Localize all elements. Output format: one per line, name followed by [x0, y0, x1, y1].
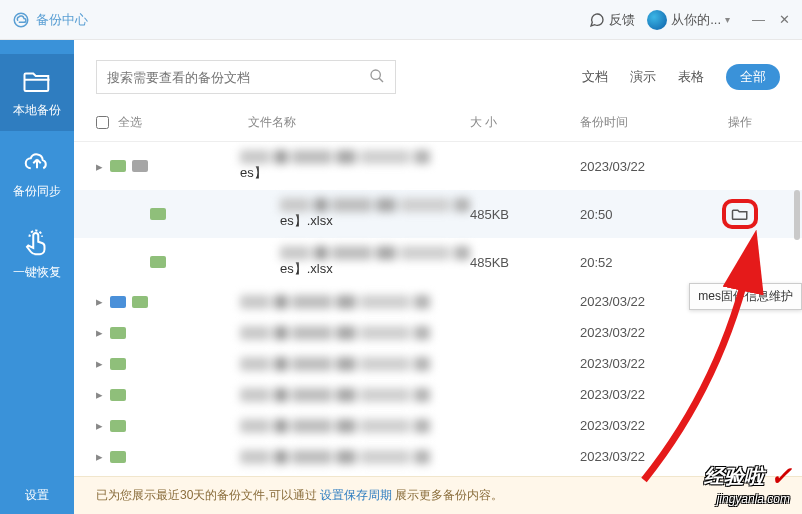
file-icon-group [150, 208, 280, 220]
filetype-icon [150, 256, 166, 268]
filetype-icon [110, 420, 126, 432]
minimize-button[interactable]: — [752, 12, 765, 27]
select-all-label[interactable]: 全选 [118, 114, 158, 131]
filetype-icon [110, 296, 126, 308]
table-row[interactable]: es】.xlsx485KB20:52 [74, 238, 802, 286]
file-name [240, 388, 470, 402]
titlebar-left: 备份中心 [12, 11, 589, 29]
table-row[interactable]: ▸2023/03/22 [74, 441, 802, 472]
file-name [240, 357, 470, 371]
footer-pre: 已为您展示最近30天的备份文件,可以通过 [96, 487, 317, 504]
sidebar: 本地备份 备份同步 一键恢复 设置 [0, 40, 74, 514]
feedback-label: 反馈 [609, 11, 635, 29]
watermark-cn: 经验啦 [704, 463, 764, 490]
footer-link[interactable]: 设置保存周期 [320, 487, 392, 504]
sidebar-settings[interactable]: 设置 [0, 477, 74, 514]
app-title: 备份中心 [36, 11, 88, 29]
close-button[interactable]: ✕ [779, 12, 790, 27]
table-row[interactable]: ▸2023/03/22 [74, 379, 802, 410]
backup-time: 2023/03/22 [580, 159, 700, 174]
col-size: 大 小 [470, 114, 580, 131]
file-icon-group [110, 160, 240, 172]
table-row[interactable]: ▸2023/03/22 [74, 348, 802, 379]
filetype-icon [132, 160, 148, 172]
expand-arrow-icon[interactable]: ▸ [96, 418, 110, 433]
file-name [240, 419, 470, 433]
search-box[interactable] [96, 60, 396, 94]
file-suffix: es】.xlsx [280, 261, 333, 276]
filetype-icon [110, 389, 126, 401]
file-name [240, 295, 470, 309]
file-icon-group [110, 358, 240, 370]
filter-doc[interactable]: 文档 [582, 68, 608, 86]
footer-post: 展示更多备份内容。 [395, 487, 503, 504]
backup-time: 20:52 [580, 255, 700, 270]
table-row[interactable]: ▸2023/03/22 [74, 317, 802, 348]
expand-arrow-icon[interactable]: ▸ [96, 325, 110, 340]
filter-sheet[interactable]: 表格 [678, 68, 704, 86]
search-icon[interactable] [369, 68, 385, 87]
watermark-url: jingyanla.com [717, 492, 790, 506]
select-all-checkbox[interactable] [96, 116, 118, 129]
checkmark-icon: ✓ [770, 461, 792, 492]
filetype-icon [132, 296, 148, 308]
file-size: 485KB [470, 255, 580, 270]
table-header: 全选 文件名称 大 小 备份时间 操作 [74, 104, 802, 142]
tap-icon [22, 228, 52, 258]
file-icon-group [110, 389, 240, 401]
sidebar-item-restore[interactable]: 一键恢复 [0, 216, 74, 293]
file-name: es】.xlsx [280, 246, 470, 278]
backup-time: 20:50 [580, 207, 700, 222]
file-size: 485KB [470, 207, 580, 222]
expand-arrow-icon[interactable]: ▸ [96, 294, 110, 309]
file-name [240, 450, 470, 464]
backup-time: 2023/03/22 [580, 449, 700, 464]
backup-time: 2023/03/22 [580, 387, 700, 402]
content-area: 文档 演示 表格 全部 全选 文件名称 大 小 备份时间 操作 ▸ es】202… [74, 40, 802, 514]
sidebar-item-sync[interactable]: 备份同步 [0, 135, 74, 212]
watermark: 经验啦 ✓ [704, 461, 792, 492]
tooltip: mes固件信息维护 [689, 283, 802, 310]
titlebar-right: 反馈 从你的... ▾ — ✕ [589, 10, 790, 30]
cloud-upload-icon [22, 147, 52, 177]
scrollbar-thumb[interactable] [794, 190, 800, 240]
col-op: 操作 [700, 114, 780, 131]
col-filename: 文件名称 [158, 114, 470, 131]
svg-point-1 [371, 70, 380, 79]
sidebar-item-local-backup[interactable]: 本地备份 [0, 54, 74, 131]
avatar [647, 10, 667, 30]
filetype-icon [110, 451, 126, 463]
expand-arrow-icon[interactable]: ▸ [96, 449, 110, 464]
expand-arrow-icon[interactable]: ▸ [96, 159, 110, 174]
sidebar-label-local: 本地备份 [13, 102, 61, 119]
user-label: 从你的... [671, 11, 721, 29]
titlebar: 备份中心 反馈 从你的... ▾ — ✕ [0, 0, 802, 40]
expand-arrow-icon[interactable]: ▸ [96, 387, 110, 402]
col-time: 备份时间 [580, 114, 700, 131]
table-row[interactable]: es】.xlsx485KB20:50 [74, 190, 802, 238]
backup-time: 2023/03/22 [580, 356, 700, 371]
filetype-icon [110, 160, 126, 172]
search-input[interactable] [107, 70, 369, 85]
file-suffix: es】.xlsx [280, 213, 333, 228]
file-name [240, 326, 470, 340]
file-icon-group [110, 327, 240, 339]
file-icon-group [110, 420, 240, 432]
footer-notice: 已为您展示最近30天的备份文件,可以通过 设置保存周期 展示更多备份内容。 [74, 476, 802, 514]
filter-pres[interactable]: 演示 [630, 68, 656, 86]
feedback-button[interactable]: 反馈 [589, 11, 635, 29]
backup-time: 2023/03/22 [580, 294, 700, 309]
table-row[interactable]: ▸2023/03/22 [74, 410, 802, 441]
user-menu[interactable]: 从你的... ▾ [647, 10, 730, 30]
filetype-icon [150, 208, 166, 220]
file-name: es】.xlsx [280, 198, 470, 230]
row-actions [700, 199, 780, 229]
speech-icon [589, 12, 605, 28]
expand-arrow-icon[interactable]: ▸ [96, 356, 110, 371]
table-row[interactable]: ▸ es】2023/03/22 [74, 142, 802, 190]
open-folder-button[interactable] [722, 199, 758, 229]
backup-time: 2023/03/22 [580, 418, 700, 433]
filter-all[interactable]: 全部 [726, 64, 780, 90]
file-icon-group [110, 296, 240, 308]
file-name: es】 [240, 150, 470, 182]
